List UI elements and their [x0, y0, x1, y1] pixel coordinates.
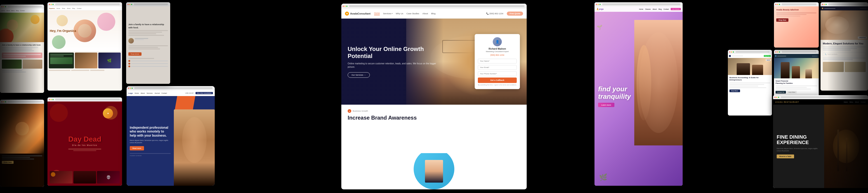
burger-btn[interactable]: Order Now: [2, 161, 13, 164]
consultant-hero-title: Independent professional who works remot…: [130, 126, 170, 138]
callback-disclaimer: By submitting this form, I agree to the …: [478, 84, 517, 86]
nav-blog[interactable]: Blog: [431, 12, 435, 15]
frame-organica: Organica Home Shop About Blog Contact: [48, 2, 122, 91]
yoga-leaf-icon: 🌱: [597, 25, 602, 30]
accounting-text-content: Business Accounting: A Guide for Entrepr…: [728, 75, 772, 94]
accounting-img: BLOG: [728, 58, 772, 75]
browser-bar-dod: [48, 98, 122, 102]
nav-case-studies[interactable]: Case Studies: [406, 12, 419, 15]
nav-services-c: Services: [147, 92, 153, 94]
nav-links: Home Services ▾ Why Us Case Studies Abou…: [374, 12, 483, 15]
accounting-green-badge: Read Now: [764, 55, 771, 57]
accounting-read-btn[interactable]: Read More: [730, 89, 740, 92]
nav-about[interactable]: About: [423, 12, 428, 15]
dot-yellow: [731, 51, 732, 53]
nav-services[interactable]: Services ▾: [383, 12, 393, 15]
url-bar: [134, 87, 213, 89]
dot-green: [131, 4, 132, 5]
frame-modern-top: LIFESTYLE Modern, Elegant Solutions for …: [820, 2, 868, 91]
dot-red: [775, 4, 776, 5]
dod-content: ✦ Day Dead Día de los Muertos: [48, 102, 122, 186]
restaurant-reserve-btn[interactable]: Reserve a Table: [777, 155, 794, 158]
yoga-nav-link1: Home: [639, 8, 643, 10]
article-left-title: Join a family to have a relationship wit…: [128, 23, 168, 29]
restaurant-nav-about: About: [855, 101, 859, 103]
phone-input[interactable]: [478, 71, 517, 76]
yoga-nav-link2: Classes: [645, 8, 651, 10]
nav-about-c: About: [141, 92, 145, 94]
family-learn-btn[interactable]: Learn More: [787, 91, 797, 93]
get-callback-btn[interactable]: Get a Callback: [478, 78, 517, 83]
yoga-nav-link3: About: [653, 8, 657, 10]
url-bar: [782, 51, 816, 53]
url-bar: [828, 3, 866, 5]
url-bar: [602, 3, 680, 5]
restaurant-image-right: [824, 105, 868, 188]
dot-green: [779, 4, 780, 5]
dot-green: [346, 6, 347, 7]
nav-why-us[interactable]: Why Us: [396, 12, 403, 15]
family-headline: Smart FinancialPlanning for Families: [776, 80, 817, 84]
dot-red: [49, 4, 50, 5]
article-read-btn[interactable]: Read Article: [128, 52, 142, 56]
accounting-content: Read Now BLOG Business Accounting: A Gui…: [728, 54, 772, 115]
dot-red: [1, 6, 2, 7]
avada-logo-icon: ◆: [345, 11, 349, 16]
modern-text-content: Modern, Elegant Solutions for You 🔍 Sear…: [820, 40, 868, 74]
badge-label: Business Growth: [352, 110, 368, 112]
nav-phone: 📞 (555) 802-1234: [486, 12, 503, 15]
yoga-hero-content: find your tranquility Learn more: [598, 85, 642, 107]
consultant-read-more-btn[interactable]: Read more: [130, 146, 144, 150]
url-bar: [55, 3, 120, 5]
dot-green: [826, 4, 827, 5]
hero-subtitle: Online marketing to secure customer rete…: [348, 62, 437, 68]
food-tagline: Join a family to have a relationship wit…: [2, 44, 42, 46]
yoga-logo: 🧘yoga: [596, 8, 603, 10]
nav-home-c: Home: [135, 92, 139, 94]
nav-home[interactable]: Home: [374, 12, 380, 15]
url-bar: [736, 51, 770, 53]
consultant-phone: 1.866.102.867: [185, 92, 194, 94]
restaurant-nav-home: Home: [844, 101, 848, 103]
frame-article-left: Join a family to have a relationship wit…: [126, 2, 170, 84]
nav-menu-small: Menu: [11, 10, 15, 11]
dot-green: [53, 99, 54, 100]
consultant-cta-btn[interactable]: Get a free consultation: [195, 92, 213, 94]
family-contact-btn[interactable]: Contact Us: [776, 91, 786, 93]
consultant-avatar: 👤: [493, 37, 502, 46]
yoga-cta-btn[interactable]: Learn more: [598, 103, 614, 107]
main-hero: Unlock Your Online Growth Potential Onli…: [341, 19, 527, 105]
nav-about: About: [67, 8, 70, 9]
dot-green: [778, 97, 779, 98]
browser-bar-article: [126, 2, 170, 6]
burger-content: Order Now: [0, 104, 44, 187]
consultant-body: Mauris aliquam libero, fermentum quis er…: [130, 139, 170, 144]
yoga-badge: new classes: [671, 8, 681, 10]
browser-bar-restaurant: [773, 95, 868, 99]
email-input[interactable]: [478, 65, 517, 70]
consultant-role: Marketing Consultant Expert: [478, 51, 517, 53]
dod-title-day: Day Dead: [68, 135, 101, 143]
browser-bar-burger: [0, 100, 44, 104]
pink-shop-btn[interactable]: Shop Now: [776, 18, 788, 22]
dot-green: [733, 51, 734, 53]
main-browser-bar: [341, 4, 527, 9]
restaurant-logo-text: AVADA RESTAURANT: [775, 101, 799, 103]
url-bar-main: [349, 5, 524, 7]
brand-badge: ▲ Business Growth: [348, 109, 520, 113]
nav-free-quote-btn[interactable]: Free Quote: [507, 11, 523, 16]
dot-yellow: [3, 101, 4, 102]
organica-tagline: Hey, I'm Organica: [50, 29, 76, 33]
nav-contact: Contact: [77, 8, 82, 9]
name-input[interactable]: [478, 59, 517, 63]
modern-content: LIFESTYLE Modern, Elegant Solutions for …: [820, 6, 868, 91]
url-bar: [781, 96, 866, 98]
yoga-person-image: [634, 20, 683, 145]
url-bar: [8, 101, 42, 103]
search-placeholder: Search products...: [827, 53, 838, 55]
hero-services-btn[interactable]: Our Services →: [348, 72, 370, 78]
restaurant-nav-contact: Contact: [861, 101, 866, 103]
yoga-hero-title: find your tranquility: [598, 85, 642, 100]
hero-title: Unlock Your Online Growth Potential: [348, 46, 437, 60]
dot-red: [822, 4, 823, 5]
